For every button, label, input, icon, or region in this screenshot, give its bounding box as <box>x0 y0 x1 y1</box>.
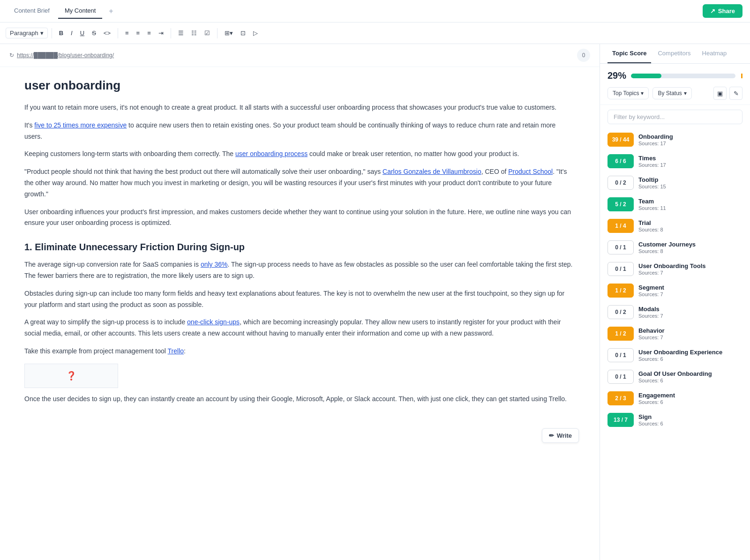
main-area: ↻ https://██████/blog/user-onboarding/ 0… <box>0 44 750 560</box>
checklist-button[interactable]: ☑ <box>201 28 213 38</box>
top-topics-dropdown[interactable]: Top Topics ▾ <box>608 87 649 99</box>
topic-item[interactable]: 2 / 3 Engagement Sources: 6 ⧉ <box>604 388 746 409</box>
topic-item[interactable]: 0 / 2 Tooltip Sources: 15 ⧉ <box>604 172 746 194</box>
topic-badge: 5 / 2 <box>608 197 634 211</box>
word-count: 0 <box>577 49 590 62</box>
topic-item[interactable]: 1 / 2 Segment Sources: 7 ⧉ <box>604 280 746 301</box>
topic-item[interactable]: 1 / 4 Trial Sources: 8 ⧉ <box>604 215 746 237</box>
italic-button[interactable]: I <box>68 28 76 38</box>
embed-button[interactable]: ▷ <box>250 28 261 38</box>
topic-badge: 13 / 7 <box>608 413 634 427</box>
topic-item[interactable]: 0 / 1 User Onboarding Experience Sources… <box>604 344 746 366</box>
filter-input-row <box>600 105 750 129</box>
tab-competitors[interactable]: Competitors <box>653 44 695 63</box>
topic-sources: Sources: 17 <box>638 141 733 146</box>
topic-item[interactable]: 13 / 7 Sign Sources: 6 ⧉ <box>604 409 746 431</box>
topic-badge: 39 / 44 <box>608 133 634 147</box>
underline-button[interactable]: U <box>77 28 88 38</box>
link-one-click[interactable]: one-click sign-ups <box>187 318 240 326</box>
topic-info: Times Sources: 17 <box>638 155 733 168</box>
tab-my-content[interactable]: My Content <box>58 3 102 19</box>
topic-sources: Sources: 6 <box>638 399 733 405</box>
edit-icon[interactable]: ✎ <box>729 87 742 100</box>
align-left-button[interactable]: ≡ <box>122 28 132 38</box>
link-expensive[interactable]: five to 25 times more expensive <box>34 121 127 129</box>
topic-item[interactable]: 0 / 1 Customer Journeys Sources: 8 ⧉ <box>604 237 746 258</box>
topic-sources: Sources: 17 <box>638 162 733 168</box>
link-onboarding-process[interactable]: user onboarding process <box>235 150 308 157</box>
topic-badge: 0 / 2 <box>608 176 634 190</box>
link-carlos[interactable]: Carlos Gonzales de Villaumbrosio <box>382 168 481 175</box>
topic-sources: Sources: 6 <box>638 421 733 426</box>
table-button[interactable]: ⊞▾ <box>221 28 236 38</box>
score-bar-fill <box>631 74 661 78</box>
url-text[interactable]: https://██████/blog/user-onboarding/ <box>17 52 114 59</box>
numbered-list-button[interactable]: ☷ <box>188 28 200 38</box>
strikethrough-button[interactable]: S <box>89 28 99 38</box>
by-status-dropdown[interactable]: By Status ▾ <box>652 87 691 99</box>
write-icon: ✏ <box>549 432 554 439</box>
topic-item[interactable]: 6 / 6 Times Sources: 17 ⧉ <box>604 150 746 172</box>
section-1-para-4: Take this example from project managemen… <box>24 346 575 357</box>
toggle-icon[interactable]: ▣ <box>713 87 727 100</box>
tab-topic-score[interactable]: Topic Score <box>608 44 651 63</box>
bullet-list-button[interactable]: ☰ <box>175 28 187 38</box>
right-panel: Topic Score Competitors Heatmap 29% Top … <box>600 44 750 560</box>
topic-sources: Sources: 8 <box>638 248 733 254</box>
image-button[interactable]: ⊡ <box>237 28 249 38</box>
link-product-school[interactable]: Product School <box>508 168 553 175</box>
section-1-title: 1. Eliminate Unnecessary Friction During… <box>24 242 575 253</box>
link-36pct[interactable]: only 36% <box>201 261 228 268</box>
tab-content-brief[interactable]: Content Brief <box>8 3 56 19</box>
topic-name: Onboarding <box>638 133 733 140</box>
topic-sources: Sources: 11 <box>638 205 733 211</box>
chevron-down-icon: ▾ <box>641 90 644 97</box>
topics-list: 39 / 44 Onboarding Sources: 17 ⧉ 6 / 6 T… <box>600 129 750 560</box>
filter-row: Top Topics ▾ By Status ▾ ▣ ✎ <box>608 87 742 100</box>
topic-item[interactable]: 1 / 2 Behavior Sources: 7 ⧉ <box>604 323 746 344</box>
topic-sources: Sources: 6 <box>638 378 733 383</box>
editor-area[interactable]: ↻ https://██████/blog/user-onboarding/ 0… <box>0 44 600 560</box>
topic-item[interactable]: 5 / 2 Team Sources: 11 ⧉ <box>604 194 746 215</box>
indent-button[interactable]: ⇥ <box>155 28 167 38</box>
topic-name: Trial <box>638 219 733 226</box>
write-btn-container: ✏ Write <box>0 423 600 448</box>
topic-badge: 1 / 4 <box>608 219 634 233</box>
topic-badge: 2 / 3 <box>608 391 634 405</box>
topic-name: Engagement <box>638 392 733 399</box>
chevron-down-icon: ▾ <box>684 90 687 97</box>
tab-heatmap[interactable]: Heatmap <box>698 44 732 63</box>
keyword-filter-input[interactable] <box>608 110 742 124</box>
score-bar-track <box>631 74 735 78</box>
section-1-para-3: A great way to simplify the sign-up proc… <box>24 317 575 339</box>
link-trello[interactable]: Trello <box>168 347 184 355</box>
topic-info: User Onboarding Experience Sources: 6 <box>638 349 733 362</box>
topic-name: Modals <box>638 306 733 313</box>
topic-name: Behavior <box>638 327 733 334</box>
bold-button[interactable]: B <box>56 28 67 38</box>
panel-action-icons: ▣ ✎ <box>713 87 742 100</box>
format-select[interactable]: Paragraph ▾ <box>6 28 48 38</box>
topic-name: Team <box>638 198 733 205</box>
topic-badge: 1 / 2 <box>608 327 634 341</box>
topic-sources: Sources: 7 <box>638 313 733 319</box>
score-percentage: 29% <box>608 70 626 81</box>
topic-item[interactable]: 0 / 1 Goal Of User Onboarding Sources: 6… <box>604 366 746 388</box>
topic-item[interactable]: 0 / 1 User Onboarding Tools Sources: 7 ⧉ <box>604 258 746 280</box>
topic-item[interactable]: 39 / 44 Onboarding Sources: 17 ⧉ <box>604 129 746 150</box>
topic-item[interactable]: 0 / 2 Modals Sources: 7 ⧉ <box>604 301 746 323</box>
code-button[interactable]: <> <box>100 28 114 38</box>
share-button[interactable]: ↗ Share <box>703 4 742 18</box>
topic-badge: 0 / 2 <box>608 305 634 319</box>
write-button[interactable]: ✏ Write <box>542 428 579 443</box>
editor-content[interactable]: user onboarding If you want to retain mo… <box>0 67 600 423</box>
add-tab-button[interactable]: + <box>104 3 118 19</box>
section-1-para-1: The average sign-up conversion rate for … <box>24 259 575 282</box>
toolbar-separator-4 <box>217 28 218 38</box>
toolbar-separator-2 <box>118 28 118 38</box>
align-center-button[interactable]: ≡ <box>133 28 143 38</box>
topic-info: Tooltip Sources: 15 <box>638 176 733 189</box>
paragraph-3: Keeping customers long-term starts with … <box>24 149 575 160</box>
align-right-button[interactable]: ≡ <box>144 28 154 38</box>
topic-name: Segment <box>638 284 733 291</box>
